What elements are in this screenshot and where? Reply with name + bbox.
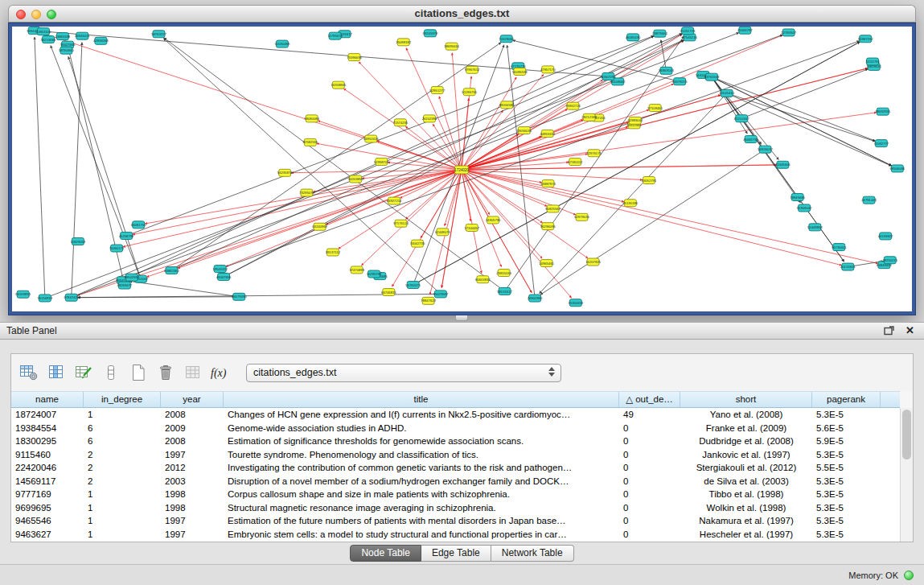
graph-node[interactable]: 10829018 xyxy=(71,238,86,245)
graph-node[interactable]: 59245978 xyxy=(423,30,438,37)
table-row[interactable]: 1456911722003Disruption of a novel membe… xyxy=(11,475,900,488)
graph-node[interactable]: 73396696 xyxy=(347,54,362,61)
graph-node[interactable]: 83761563 xyxy=(704,73,720,80)
graph-node[interactable]: 52449858 xyxy=(807,224,823,231)
graph-node[interactable]: 34203858 xyxy=(348,175,363,183)
graph-node[interactable]: 58760665 xyxy=(59,47,74,54)
graph-node[interactable]: 39137112 xyxy=(326,249,341,256)
graph-node[interactable]: 83882362 xyxy=(164,267,179,274)
graph-node[interactable]: 98542596 xyxy=(124,274,139,281)
float-panel-icon[interactable] xyxy=(884,326,894,336)
add-column-button[interactable] xyxy=(98,360,124,385)
close-panel-icon[interactable]: ✕ xyxy=(906,325,914,336)
graph-node[interactable]: 96736401 xyxy=(832,244,847,251)
graph-node[interactable]: 95029587 xyxy=(433,290,449,298)
graph-node[interactable]: 91869143 xyxy=(659,67,674,74)
vertical-scrollbar[interactable] xyxy=(900,408,913,542)
tab-node-table[interactable]: Node Table xyxy=(350,545,421,562)
graph-node[interactable]: 70528090 xyxy=(499,35,514,43)
table-row[interactable]: 1830029562008Estimation of significance … xyxy=(11,435,900,448)
graph-node[interactable]: 96296096 xyxy=(540,223,556,230)
graph-node[interactable]: 72092777 xyxy=(874,140,889,147)
zoom-button[interactable] xyxy=(47,10,56,19)
table-row[interactable]: 977716911998Corpus callosum shape and si… xyxy=(11,488,900,501)
graph-node[interactable]: 43927214 xyxy=(387,197,402,204)
graph-node[interactable]: 56235874 xyxy=(277,169,293,176)
graph-node[interactable]: 91909042 xyxy=(797,204,812,212)
graph-node[interactable]: 11795674 xyxy=(327,32,343,39)
graph-node[interactable]: 89034587 xyxy=(499,101,515,109)
graph-node[interactable]: 55116918 xyxy=(38,295,53,302)
graph-node[interactable]: 56926037 xyxy=(758,146,773,153)
graph-node[interactable]: 46682730 xyxy=(743,135,758,142)
table-row[interactable]: 1938455462009Genome-wide association stu… xyxy=(11,422,900,435)
network-table-select[interactable]: citations_edges.txt xyxy=(246,364,561,382)
graph-node[interactable]: 44781443 xyxy=(861,196,877,204)
graph-node[interactable]: 42041410 xyxy=(719,89,734,97)
table-row[interactable]: 911546021997Tourette syndrome. Phenomeno… xyxy=(11,448,900,462)
graph-node[interactable]: 15350659 xyxy=(569,299,584,307)
graph-node[interactable]: 26202394 xyxy=(422,115,437,122)
graph-node[interactable]: 91251723 xyxy=(680,27,696,35)
close-button[interactable] xyxy=(16,10,26,19)
graph-node[interactable]: 46091430 xyxy=(626,34,641,41)
graph-node[interactable]: 42838268 xyxy=(93,37,109,44)
graph-node[interactable]: 74111781 xyxy=(865,58,881,65)
table-row[interactable]: 946554611997Estimation of the future num… xyxy=(11,514,900,528)
graph-node[interactable]: 94213684 xyxy=(41,36,56,43)
network-canvas[interactable]: 9694477946091430592459782387940427545216… xyxy=(12,27,912,311)
graph-node[interactable]: 23879404 xyxy=(652,30,667,37)
graph-node[interactable]: 24905790 xyxy=(486,216,501,224)
table-row[interactable]: 946362711997Embryonic stem cells: a mode… xyxy=(11,528,900,542)
graph-node[interactable]: 57180112 xyxy=(568,159,583,166)
scrollbar-thumb[interactable] xyxy=(902,410,911,459)
splitter-handle[interactable] xyxy=(455,315,468,321)
graph-node[interactable]: 25190396 xyxy=(623,200,639,207)
graph-node[interactable]: 68506036 xyxy=(890,165,906,172)
graph-node[interactable]: 97967612 xyxy=(465,66,480,73)
graph-node[interactable]: 86679490 xyxy=(232,293,247,300)
graph-node[interactable]: 32445606 xyxy=(775,161,791,168)
graph-node[interactable]: 10507294 xyxy=(601,73,616,80)
graph-node[interactable]: 37470899 xyxy=(349,266,364,274)
graph-node[interactable]: 22785507 xyxy=(781,29,796,36)
graph-node[interactable]: 19543322 xyxy=(212,266,228,273)
tab-edge-table[interactable]: Edge Table xyxy=(421,545,491,562)
graph-node[interactable]: 25569797 xyxy=(737,27,753,34)
graph-node[interactable]: 52951277 xyxy=(429,87,445,94)
graph-node[interactable]: 1724020 xyxy=(454,166,469,174)
graph-node[interactable]: 16918865 xyxy=(331,81,347,89)
graph-node[interactable]: 51286756 xyxy=(462,89,477,96)
graph-node[interactable]: 58080086 xyxy=(304,115,319,122)
graph-node[interactable]: 56782471 xyxy=(405,282,421,289)
graph-node[interactable]: 82582555 xyxy=(303,138,318,146)
tab-network-table[interactable]: Network Table xyxy=(491,545,574,562)
import-table-button[interactable] xyxy=(180,360,206,385)
graph-node[interactable]: 52958705 xyxy=(374,158,389,165)
edit-table-button[interactable] xyxy=(71,360,97,385)
graph-node[interactable]: 17344457 xyxy=(464,224,479,231)
delete-button[interactable] xyxy=(153,360,179,385)
graph-node[interactable]: 38250215 xyxy=(882,257,897,264)
graph-node[interactable]: 35088182 xyxy=(396,39,411,46)
graph-node[interactable]: 78847623 xyxy=(421,297,436,304)
graph-node[interactable]: 66746815 xyxy=(381,289,396,296)
graph-node[interactable]: 65081750 xyxy=(131,221,146,229)
graph-node[interactable]: 84578215 xyxy=(672,78,688,85)
column-header-year[interactable]: year xyxy=(161,392,224,407)
graph-node[interactable]: 19056035 xyxy=(516,127,532,134)
column-header-name[interactable]: name xyxy=(11,392,84,407)
table-row[interactable]: 1872400712008Changes of HCN gene express… xyxy=(11,408,900,422)
graph-node[interactable]: 97176124 xyxy=(393,220,409,227)
column-header-out_de[interactable]: △ out_de… xyxy=(619,392,680,407)
graph-node[interactable]: 62448073 xyxy=(435,229,450,236)
graph-node[interactable]: 81210167 xyxy=(734,115,749,122)
graph-node[interactable]: 24952426 xyxy=(363,135,379,142)
graph-node[interactable]: 23815034 xyxy=(496,270,511,277)
graph-node[interactable]: 45258798 xyxy=(119,232,134,239)
graph-node[interactable]: 38695616 xyxy=(444,43,459,50)
function-builder-button[interactable]: f(x) xyxy=(207,360,233,385)
graph-node[interactable]: 10285782 xyxy=(367,270,382,278)
column-header-title[interactable]: title xyxy=(224,392,619,407)
graph-node[interactable]: 13883188 xyxy=(55,33,71,40)
